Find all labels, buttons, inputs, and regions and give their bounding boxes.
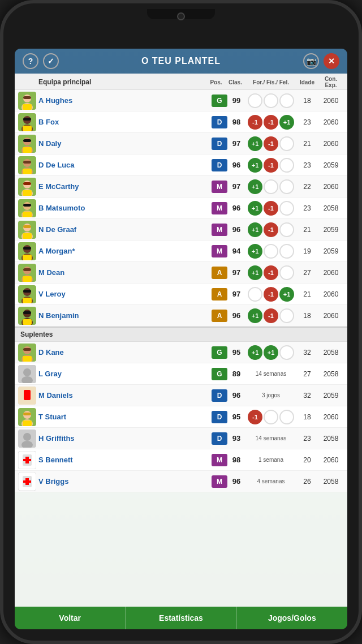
svg-rect-17 <box>23 161 31 164</box>
player-exp: 2059 <box>318 161 344 169</box>
stat-empty <box>264 410 278 424</box>
svg-rect-76 <box>23 459 31 461</box>
player-position: D <box>212 159 227 171</box>
player-exp: 2058 <box>318 435 344 443</box>
player-row[interactable]: L Gray G 89 14 semanas 27 2058 <box>15 363 347 385</box>
player-age: 19 <box>296 247 318 255</box>
stat-positive: +1 <box>248 244 262 259</box>
player-age: 23 <box>296 161 318 169</box>
stat-negative: -1 <box>264 158 278 173</box>
bottom-nav: Voltar Estatísticas Jogos/Golos <box>15 607 347 629</box>
player-row[interactable]: S Bennett M 98 1 semana 20 2060 <box>15 449 347 471</box>
player-row[interactable]: N Daly D 97 +1-1 21 2060 <box>15 133 347 154</box>
player-position: G <box>212 368 227 380</box>
player-position: M <box>212 245 227 257</box>
svg-rect-49 <box>23 298 32 303</box>
help-button[interactable]: ? <box>23 53 38 69</box>
player-position: M <box>212 181 227 193</box>
player-row[interactable]: N Benjamin A 96 +1-1 18 2060 <box>15 305 347 327</box>
player-rating: 98 <box>227 118 245 126</box>
player-row[interactable]: A Hughes G 99 18 2060 <box>15 90 347 111</box>
page-title: O TEU PLANTEL <box>59 56 303 66</box>
svg-rect-47 <box>23 290 31 293</box>
stat-empty <box>264 244 278 259</box>
player-name: L Gray <box>38 370 212 378</box>
svg-rect-80 <box>23 480 31 483</box>
back-button[interactable]: Voltar <box>15 607 126 629</box>
content-area: Equipa principal Pos. Clas. For./ Fís./ … <box>15 74 347 607</box>
avatar <box>18 199 36 217</box>
player-row[interactable]: A Morgan* M 94 +1 19 2059 <box>15 241 347 262</box>
player-row[interactable]: E McCarthy M 97 +1 22 2060 <box>15 176 347 198</box>
player-age: 20 <box>296 456 318 464</box>
stat-empty <box>279 410 294 424</box>
stat-empty <box>279 93 294 108</box>
svg-rect-9 <box>23 126 32 131</box>
close-button[interactable]: ✕ <box>324 53 339 69</box>
player-age: 26 <box>296 478 318 486</box>
player-age: 27 <box>296 370 318 378</box>
phone-frame: ? ✓ O TEU PLANTEL 📷 ✕ Equipa principal P… <box>0 0 362 644</box>
player-position: A <box>212 288 227 300</box>
col-age-header: Idade <box>296 79 318 85</box>
player-row[interactable]: D Kane G 95 +1+1 32 2058 <box>15 342 347 363</box>
player-row[interactable]: D De Luca D 96 +1-1 23 2059 <box>15 154 347 176</box>
header-right-icons: 📷 ✕ <box>303 53 339 69</box>
player-row[interactable]: B Matsumoto M 96 +1-1 23 2058 <box>15 198 347 219</box>
player-exp: 2060 <box>318 118 344 126</box>
player-name: M Daniels <box>38 391 212 400</box>
player-row[interactable]: M Dean A 97 +1-1 27 2060 <box>15 262 347 284</box>
stat-positive: +1 <box>279 115 294 130</box>
camera-button[interactable]: 📷 <box>303 53 319 69</box>
subs-section-label: Suplentes <box>15 327 347 342</box>
stats-text: 1 semana <box>245 457 296 463</box>
player-age: 32 <box>296 349 318 357</box>
player-age: 21 <box>296 226 318 234</box>
player-name: V Briggs <box>38 477 212 486</box>
player-rating: 96 <box>227 161 245 169</box>
stat-positive: +1 <box>248 201 262 216</box>
goals-button[interactable]: Jogos/Golos <box>237 607 347 629</box>
player-rating: 96 <box>227 225 245 234</box>
player-position: D <box>212 116 227 128</box>
player-stats: -1-1+1 <box>245 115 296 130</box>
header: ? ✓ O TEU PLANTEL 📷 ✕ <box>15 49 347 74</box>
player-exp: 2060 <box>318 413 344 421</box>
player-stats: +1-1 <box>245 308 296 323</box>
player-age: 21 <box>296 290 318 298</box>
player-row[interactable]: T Stuart D 95 -1 18 2060 <box>15 406 347 428</box>
confirm-button[interactable]: ✓ <box>43 53 59 69</box>
player-stats: +1-1 <box>245 136 296 151</box>
avatar <box>18 285 36 303</box>
player-rating: 99 <box>227 96 245 105</box>
player-name: D Kane <box>38 348 212 357</box>
player-row[interactable]: M Daniels D 96 3 jogos 32 2059 <box>15 385 347 406</box>
player-position: M <box>212 475 227 488</box>
stats-button[interactable]: Estatísticas <box>126 607 236 629</box>
stats-text: 14 semanas <box>245 435 296 441</box>
player-row[interactable]: V Briggs M 96 4 semanas 26 2058 <box>15 471 347 492</box>
stats-text: 14 semanas <box>245 371 296 377</box>
player-row[interactable]: V Leroy A 97 -1+1 21 2060 <box>15 284 347 305</box>
player-name: B Matsumoto <box>38 204 212 212</box>
avatar <box>18 242 36 260</box>
player-row[interactable]: B Fox D 98 -1-1+1 23 2060 <box>15 111 347 133</box>
stat-empty <box>279 265 294 280</box>
player-row[interactable]: N De Graaf M 96 +1-1 21 2059 <box>15 219 347 241</box>
player-stats: +1-1 <box>245 265 296 280</box>
col-stats-header: For./ Fís./ Fel. <box>245 79 296 85</box>
player-age: 23 <box>296 435 318 443</box>
player-rating: 96 <box>227 391 245 400</box>
player-exp: 2058 <box>318 370 344 378</box>
stat-negative: -1 <box>264 115 278 130</box>
stat-empty <box>248 93 262 108</box>
stat-empty <box>264 93 278 108</box>
player-rating: 93 <box>227 434 245 443</box>
player-row[interactable]: H Griffiths D 93 14 semanas 23 2058 <box>15 428 347 449</box>
stat-negative: -1 <box>264 265 278 280</box>
stat-negative: -1 <box>264 222 278 237</box>
player-position: A <box>212 267 227 279</box>
stat-empty <box>279 179 294 194</box>
stat-positive: +1 <box>248 136 262 151</box>
avatar <box>18 408 36 426</box>
